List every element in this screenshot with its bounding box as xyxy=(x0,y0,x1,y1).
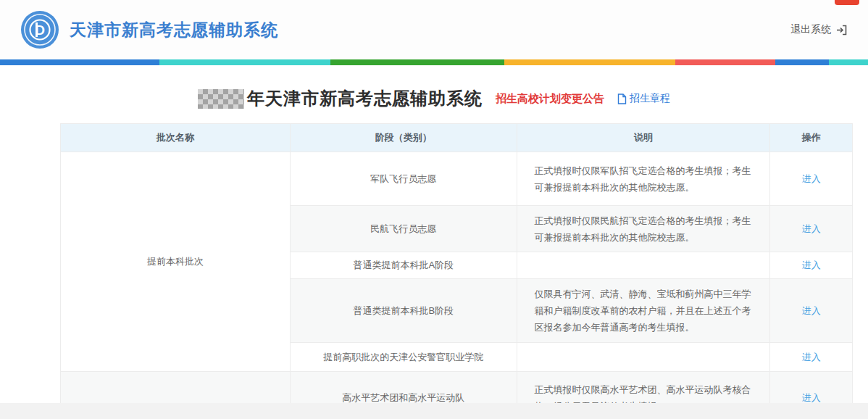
enter-link[interactable]: 进入 xyxy=(802,173,821,184)
decorative-color-stripe xyxy=(0,59,868,65)
enrollment-charter-link[interactable]: 招生章程 xyxy=(617,92,670,105)
table-header-row: 批次名称 阶段（类别） 说明 操作 xyxy=(61,124,853,152)
app-title: 天津市新高考志愿辅助系统 xyxy=(70,19,278,41)
stage-cell: 提前高职批次的天津公安警官职业学院 xyxy=(290,343,517,372)
top-right-red-badge xyxy=(835,0,859,5)
enter-link[interactable]: 进入 xyxy=(802,260,821,270)
top-bar: D 天津市新高考志愿辅助系统 退出系统 xyxy=(0,0,868,59)
col-header-batch: 批次名称 xyxy=(61,124,291,152)
stage-cell: 普通类提前本科批A阶段 xyxy=(290,252,517,279)
desc-cell: 仅限具有宁河、武清、静海、宝坻和蓟州高中三年学籍和户籍制度改革前的农村户籍，并且… xyxy=(517,279,770,343)
desc-cell xyxy=(517,252,770,279)
batch-name-cell-empty xyxy=(61,372,291,404)
col-header-stage: 阶段（类别） xyxy=(290,124,517,152)
batch-name-cell: 提前本科批次 xyxy=(61,152,291,372)
desc-cell: 正式填报时仅限民航招飞定选合格的考生填报；考生可兼报提前本科批次的其他院校志愿。 xyxy=(517,206,770,252)
desc-cell: 正式填报时仅限高水平艺术团、高水平运动队考核合格、经公示无异议的考生填报。 xyxy=(517,372,770,404)
stage-cell: 普通类提前本科批B阶段 xyxy=(290,279,517,343)
table-row: 提前本科批次 军队飞行员志愿 正式填报时仅限军队招飞定选合格的考生填报；考生可兼… xyxy=(61,152,853,206)
page-title: 年天津市新高考志愿辅助系统 xyxy=(247,87,483,110)
main-content: 年天津市新高考志愿辅助系统 招生高校计划变更公告 招生章程 批次名称 阶段（类别… xyxy=(0,65,868,403)
enter-link[interactable]: 进入 xyxy=(802,392,821,403)
enter-link[interactable]: 进入 xyxy=(802,305,821,316)
system-logo-icon: D xyxy=(20,10,59,49)
title-row: 年天津市新高考志愿辅助系统 招生高校计划变更公告 招生章程 xyxy=(0,86,868,112)
logout-icon xyxy=(835,24,848,36)
enter-link[interactable]: 进入 xyxy=(802,352,821,362)
desc-cell: 正式填报时仅限军队招飞定选合格的考生填报；考生可兼报提前本科批次的其他院校志愿。 xyxy=(517,152,770,206)
table-row: 高水平艺术团和高水平运动队 正式填报时仅限高水平艺术团、高水平运动队考核合格、经… xyxy=(61,372,853,404)
enrollment-charter-label: 招生章程 xyxy=(630,92,670,105)
document-icon xyxy=(617,94,627,104)
enter-link[interactable]: 进入 xyxy=(802,223,821,234)
col-header-action: 操作 xyxy=(770,124,853,152)
desc-cell xyxy=(517,343,770,372)
redacted-year-mosaic xyxy=(198,89,244,109)
batch-table-wrap: 批次名称 阶段（类别） 说明 操作 提前本科批次 军队飞行员志愿 正式填报时仅限… xyxy=(60,123,853,403)
col-header-desc: 说明 xyxy=(517,124,770,152)
batch-table: 批次名称 阶段（类别） 说明 操作 提前本科批次 军队飞行员志愿 正式填报时仅限… xyxy=(60,123,853,403)
stage-cell: 高水平艺术团和高水平运动队 xyxy=(290,372,517,404)
logout-button[interactable]: 退出系统 xyxy=(790,23,848,36)
logout-label: 退出系统 xyxy=(790,23,831,36)
stage-cell: 民航飞行员志愿 xyxy=(290,206,517,252)
stage-cell: 军队飞行员志愿 xyxy=(290,152,517,206)
plan-change-notice-link[interactable]: 招生高校计划变更公告 xyxy=(496,92,604,106)
bottom-gray-band xyxy=(0,403,868,419)
